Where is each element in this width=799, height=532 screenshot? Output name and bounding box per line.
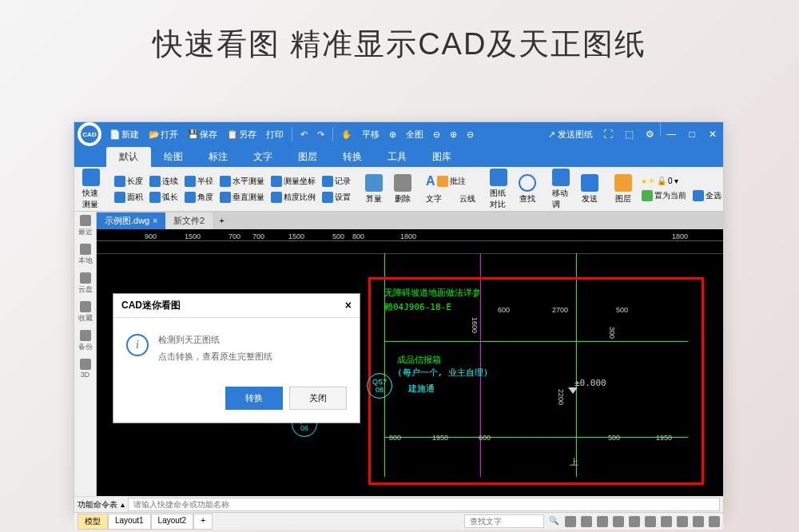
search-button[interactable]: 🔍 — [549, 516, 560, 527]
dimension: 600 — [479, 434, 491, 442]
drawing-note: 成品信报箱 — [397, 354, 441, 366]
layers-button[interactable]: 图层 — [610, 173, 637, 206]
set-current-button[interactable]: 置为当前 — [638, 189, 690, 203]
drawing-canvas[interactable]: 900 1500 700 700 1500 500 800 1800 1800 — [97, 229, 723, 496]
close-button[interactable]: ✕ — [702, 122, 723, 146]
polar-icon[interactable] — [613, 516, 624, 527]
dimension: 1950 — [432, 434, 448, 442]
ratio-button[interactable]: 精度比例 — [268, 190, 319, 204]
tab-add-button[interactable]: + — [213, 213, 230, 228]
tab-text[interactable]: 文字 — [240, 147, 285, 167]
statusbar: 模型 Layout1 Layout2 + 🔍 — [74, 512, 723, 530]
fullscreen-button[interactable]: ⬚ — [618, 122, 639, 146]
zoom-in-button[interactable]: ⊕ — [384, 122, 401, 146]
tab-annotate[interactable]: 标注 — [196, 147, 240, 167]
layout-add[interactable]: + — [193, 514, 213, 530]
sidebar-recent[interactable]: 最近 — [78, 215, 93, 237]
text-tool-button[interactable]: A批注 — [423, 173, 479, 190]
sidebar-local[interactable]: 本地 — [78, 244, 93, 266]
print-button[interactable]: 打印 — [261, 122, 288, 146]
tab-tools[interactable]: 工具 — [375, 147, 419, 167]
open-button[interactable]: 📂打开 — [144, 122, 183, 146]
saveas-button[interactable]: 📋另存 — [222, 122, 261, 146]
dialog-close-button[interactable]: × — [345, 299, 352, 312]
quick-measure-button[interactable]: 快速测量 — [78, 167, 105, 212]
select-all-button[interactable]: 全选 — [690, 189, 723, 203]
cube-icon[interactable] — [693, 516, 704, 527]
length-button[interactable]: 长度 — [111, 174, 146, 189]
layout-model[interactable]: 模型 — [78, 514, 108, 530]
tab-convert[interactable]: 转换 — [330, 147, 375, 167]
dialog-cancel-button[interactable]: 关闭 — [289, 387, 347, 410]
refresh-icon[interactable] — [709, 516, 720, 527]
zoom2-button[interactable]: ⊕ — [445, 122, 462, 146]
send-button[interactable]: ↗发送图纸 — [543, 122, 598, 146]
hand-button[interactable]: ✋ — [336, 122, 357, 146]
layer-states[interactable]: ●☀🔓0▾ — [638, 175, 723, 187]
tab-draw[interactable]: 绘图 — [151, 147, 196, 167]
vertical-button[interactable]: 垂直测量 — [217, 190, 268, 204]
convert-dialog: CAD迷你看图 × i 检测到天正图纸 点击转换，查看原生完整图纸 转换 关闭 — [113, 293, 360, 423]
angle-button[interactable]: 角度 — [181, 190, 217, 204]
sidebar-backup[interactable]: 备份 — [78, 330, 93, 352]
sidebar-fav[interactable]: 收藏 — [78, 301, 93, 324]
continuous-button[interactable]: 连续 — [146, 174, 181, 189]
redo-button[interactable]: ↷ — [312, 122, 329, 146]
undo-button[interactable]: ↶ — [296, 122, 312, 146]
dimension: 2700 — [552, 306, 568, 314]
pan-button[interactable]: 平移 — [357, 122, 384, 146]
record-button[interactable]: 记录 — [319, 174, 354, 189]
sidebar-3d[interactable]: 3D — [80, 359, 91, 379]
plus-icon[interactable] — [661, 516, 672, 527]
fit-button[interactable]: 全图 — [401, 122, 428, 146]
doc-tab-1[interactable]: 示例图.dwg× — [97, 212, 165, 229]
save-button[interactable]: 💾保存 — [183, 122, 222, 146]
tab-layer[interactable]: 图层 — [285, 147, 330, 167]
convert-button[interactable]: 转换 — [225, 387, 283, 410]
new-button[interactable]: 📄新建 — [105, 122, 144, 146]
send-ribbon-button[interactable]: 发送 — [576, 173, 603, 206]
radius-button[interactable]: 半径 — [181, 174, 217, 189]
expand-button[interactable]: ⛶ — [598, 122, 618, 146]
find-button[interactable]: 查找 — [514, 173, 541, 206]
grid-icon[interactable] — [581, 516, 592, 527]
settings-button[interactable]: ⚙ — [639, 122, 660, 146]
horizontal-button[interactable]: 水平测量 — [217, 174, 268, 189]
calc-button[interactable]: 算量 — [360, 173, 388, 206]
ortho-icon[interactable] — [597, 516, 608, 527]
layout-2[interactable]: Layout2 — [151, 514, 194, 530]
sidebar-cloud[interactable]: 云盘 — [78, 272, 93, 295]
layout-1[interactable]: Layout1 — [108, 514, 151, 530]
delete-button[interactable]: 删除 — [389, 173, 416, 206]
settings-button[interactable]: 设置 — [319, 190, 354, 204]
coords-button[interactable]: 测量坐标 — [268, 174, 319, 189]
open-icon: 📂 — [149, 129, 158, 139]
tab-gallery[interactable]: 图库 — [419, 147, 464, 167]
area-button[interactable]: 面积 — [111, 190, 146, 204]
circle-icon[interactable] — [677, 516, 688, 527]
ruler-mark: 500 — [332, 232, 344, 240]
zoom-out-button[interactable]: ⊖ — [428, 122, 445, 146]
maximize-button[interactable]: □ — [682, 122, 702, 146]
arc-button[interactable]: 弧长 — [146, 190, 181, 204]
search-input[interactable] — [464, 514, 544, 528]
qs-marker: QS708 — [367, 373, 392, 399]
new-icon: 📄 — [109, 129, 119, 139]
text-label[interactable]: 文字云线 — [423, 192, 479, 206]
dimension: 600 — [498, 306, 510, 314]
dimension: 1600 — [471, 317, 479, 333]
dimension: 500 — [608, 434, 620, 442]
minimize-button[interactable]: — — [661, 122, 682, 146]
osnap-icon[interactable] — [629, 516, 640, 527]
angle-icon[interactable] — [645, 516, 656, 527]
command-input[interactable] — [128, 498, 720, 511]
move-button[interactable]: 移动调 — [547, 167, 574, 212]
tab-close-icon[interactable]: × — [153, 216, 157, 225]
zoom3-button[interactable]: ⊖ — [462, 122, 479, 146]
ruler-mark: 1500 — [288, 232, 304, 240]
tab-default[interactable]: 默认 — [106, 147, 151, 167]
ribbon: 快速测量 长度 连续 半径 水平测量 测量坐标 记录 面积 弧长 角度 垂直测量… — [74, 167, 723, 212]
snap-icon[interactable] — [565, 516, 576, 527]
compare-button[interactable]: 图纸对比 — [485, 167, 512, 212]
doc-tab-2[interactable]: 新文件2 — [165, 212, 213, 229]
